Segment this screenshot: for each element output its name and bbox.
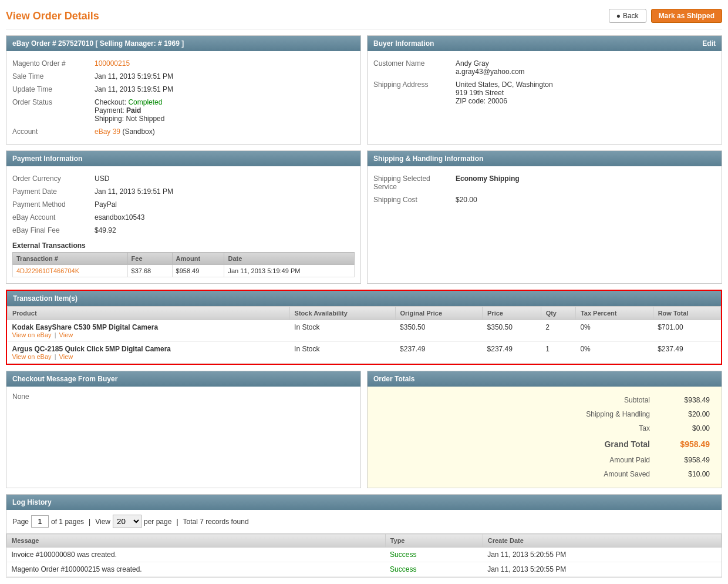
transaction-items-header: Transaction Item(s) <box>7 291 721 306</box>
magento-order-row: Magento Order # 100000215 <box>12 57 355 70</box>
col-tax-percent: Tax Percent <box>575 307 653 320</box>
log-col-type: Type <box>385 534 483 548</box>
log-history-header: Log History <box>6 495 722 510</box>
log-table: Message Type Create Date Invoice #100000… <box>6 533 722 577</box>
table-row: Magento Order #100000215 was created. Su… <box>7 562 722 577</box>
payment-info-panel: Payment Information Order Currency USD P… <box>6 150 361 284</box>
payment-info-body: Order Currency USD Payment Date Jan 11, … <box>6 166 360 283</box>
table-row: Kodak EasyShare C530 5MP Digital Camera … <box>8 320 721 342</box>
order-status-row: Order Status Checkout: Completed Payment… <box>12 96 355 125</box>
product-name: Kodak EasyShare C530 5MP Digital Camera <box>12 323 285 331</box>
ebay-order-body: Magento Order # 100000215 Sale Time Jan … <box>6 51 360 144</box>
amount-paid-row: Amount Paid $958.49 <box>375 454 714 466</box>
external-transactions: External Transactions Transaction # Fee … <box>12 241 355 277</box>
log-pagination: Page of 1 pages | View 20 50 100 per pag… <box>6 510 722 533</box>
ebay-account-row: eBay Account esandbox10543 <box>12 211 355 224</box>
shipping-handling-header: Shipping & Handling Information <box>368 151 722 166</box>
buyer-info-body: Customer Name Andy Gray a.gray43@yahoo.c… <box>368 51 722 113</box>
order-totals-body: Subtotal $938.49 Shipping & Handling $20… <box>368 387 722 488</box>
payment-date-row: Payment Date Jan 11, 2013 5:19:51 PM <box>12 185 355 198</box>
view-link[interactable]: View <box>59 353 73 360</box>
selected-service-row: Shipping Selected Service Economy Shippi… <box>373 172 716 193</box>
header-buttons: ● Back Mark as Shipped <box>609 9 722 23</box>
mark-shipped-button[interactable]: Mark as Shipped <box>651 9 722 23</box>
edit-buyer-link[interactable]: Edit <box>702 39 716 48</box>
page-header: View Order Details ● Back Mark as Shippe… <box>6 6 722 29</box>
buyer-info-panel: Buyer Information Edit Customer Name And… <box>367 35 722 145</box>
update-time-row: Update Time Jan 11, 2013 5:19:51 PM <box>12 83 355 96</box>
table-row: Invoice #100000080 was created. Success … <box>7 548 722 562</box>
page-title: View Order Details <box>6 10 99 22</box>
ext-trans-col-fee: Fee <box>127 253 172 265</box>
account-row: Account eBay 39 (Sandbox) <box>12 125 355 138</box>
product-links: View on eBay | View <box>12 353 285 360</box>
checkout-message-body: None <box>6 387 360 407</box>
tax-row: Tax $0.00 <box>375 422 714 435</box>
checkout-message-panel: Checkout Message From Buyer None <box>6 371 361 488</box>
customer-name-row: Customer Name Andy Gray a.gray43@yahoo.c… <box>373 57 716 78</box>
col-product: Product <box>8 307 290 320</box>
view-on-ebay-link[interactable]: View on eBay <box>12 331 52 338</box>
product-links: View on eBay | View <box>12 331 285 338</box>
log-col-date: Create Date <box>483 534 721 548</box>
order-currency-row: Order Currency USD <box>12 172 355 185</box>
buyer-info-header: Buyer Information Edit <box>368 36 722 51</box>
back-button[interactable]: ● Back <box>609 9 646 23</box>
shipping-address-row: Shipping Address United States, DC, Wash… <box>373 78 716 108</box>
ebay-final-fee-row: eBay Final Fee $49.92 <box>12 224 355 237</box>
col-original-price: Original Price <box>395 307 482 320</box>
log-col-message: Message <box>7 534 386 548</box>
ebay-order-panel: eBay Order # 257527010 [ Selling Manager… <box>6 35 361 145</box>
table-row: 4DJ229610T466704K $37.68 $958.49 Jan 11,… <box>13 265 355 277</box>
log-history-panel: Log History Page of 1 pages | View 20 50… <box>6 494 722 578</box>
table-row: Argus QC-2185 Quick Click 5MP Digital Ca… <box>8 342 721 364</box>
transaction-items-table: Product Stock Availability Original Pric… <box>7 306 721 364</box>
subtotal-row: Subtotal $938.49 <box>375 394 714 407</box>
log-page-input[interactable] <box>31 515 49 528</box>
ebay-order-header: eBay Order # 257527010 [ Selling Manager… <box>6 36 360 51</box>
order-totals-table: Subtotal $938.49 Shipping & Handling $20… <box>373 392 716 482</box>
log-per-page-select[interactable]: 20 50 100 <box>113 515 141 528</box>
view-on-ebay-link[interactable]: View on eBay <box>12 353 52 360</box>
checkout-message-header: Checkout Message From Buyer <box>6 371 360 387</box>
col-price: Price <box>483 307 541 320</box>
payment-method-row: Payment Method PayPal <box>12 198 355 211</box>
account-link[interactable]: eBay 39 <box>95 127 120 136</box>
transaction-items-panel: Transaction Item(s) Product Stock Availa… <box>6 290 722 365</box>
shipping-handling-panel: Shipping & Handling Information Shipping… <box>367 150 722 284</box>
order-totals-header: Order Totals <box>368 371 722 387</box>
col-stock: Stock Availability <box>289 307 395 320</box>
transaction-items-body: Product Stock Availability Original Pric… <box>7 306 721 364</box>
ext-trans-col-id: Transaction # <box>13 253 128 265</box>
magento-order-link[interactable]: 100000215 <box>95 59 130 68</box>
amount-saved-row: Amount Saved $10.00 <box>375 468 714 481</box>
grand-total-row: Grand Total $958.49 <box>375 436 714 452</box>
ext-trans-id-link[interactable]: 4DJ229610T466704K <box>16 267 79 274</box>
payment-info-header: Payment Information <box>6 151 360 166</box>
ext-transactions-table: Transaction # Fee Amount Date 4DJ229610T… <box>12 252 355 277</box>
product-name: Argus QC-2185 Quick Click 5MP Digital Ca… <box>12 345 285 353</box>
col-qty: Qty <box>541 307 575 320</box>
back-icon: ● <box>616 12 621 20</box>
sale-time-row: Sale Time Jan 11, 2013 5:19:51 PM <box>12 70 355 83</box>
shipping-cost-row: Shipping Cost $20.00 <box>373 193 716 206</box>
order-totals-panel: Order Totals Subtotal $938.49 Shipping &… <box>367 371 722 488</box>
shipping-row: Shipping & Handling $20.00 <box>375 408 714 421</box>
ext-trans-col-date: Date <box>224 253 355 265</box>
col-row-total: Row Total <box>653 307 720 320</box>
ext-trans-col-amount: Amount <box>172 253 224 265</box>
shipping-handling-body: Shipping Selected Service Economy Shippi… <box>368 166 722 212</box>
view-link[interactable]: View <box>59 331 73 338</box>
